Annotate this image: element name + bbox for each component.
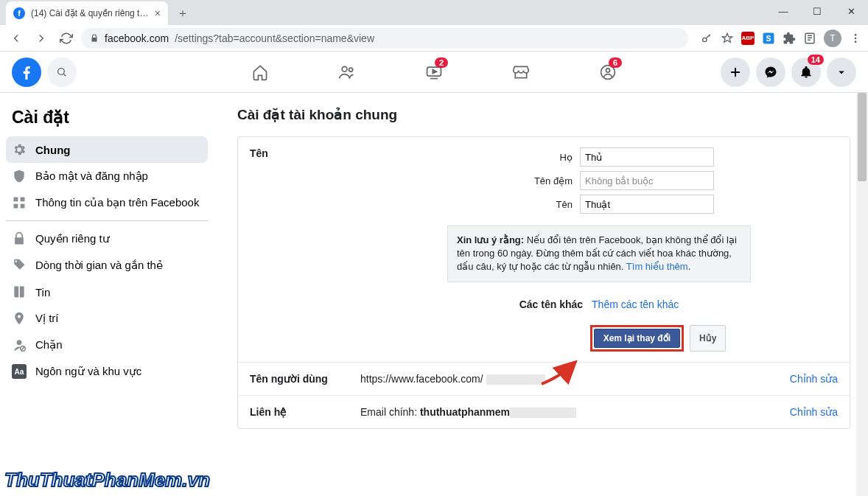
extensions-puzzle-icon[interactable]	[783, 32, 796, 45]
cancel-button[interactable]: Hủy	[690, 325, 726, 352]
forward-button[interactable]	[31, 28, 52, 49]
svg-point-9	[349, 68, 353, 71]
browser-tab[interactable]: f (14) Cài đặt & quyền riêng tư | Fa ×	[6, 1, 168, 25]
sidebar-label: Chặn	[35, 338, 63, 352]
svg-point-17	[17, 340, 22, 345]
contact-redacted	[510, 408, 576, 418]
omnibox[interactable]: facebook.com/settings?tab=account&sectio…	[81, 28, 688, 49]
messenger-button[interactable]	[756, 57, 785, 87]
url-host: facebook.com	[105, 32, 169, 44]
close-window-button[interactable]: ✕	[834, 0, 868, 22]
sidebar-item-stories[interactable]: Tin	[6, 279, 208, 305]
reload-button[interactable]	[56, 28, 77, 49]
contact-prefix: Email chính:	[360, 406, 420, 418]
facebook-logo[interactable]	[12, 57, 41, 87]
svg-point-8	[342, 66, 347, 71]
create-button[interactable]	[721, 57, 750, 87]
first-name-input[interactable]	[580, 195, 714, 214]
scrollbar[interactable]	[856, 93, 868, 496]
nav-friends[interactable]	[307, 55, 388, 90]
profile-avatar[interactable]: T	[824, 29, 841, 47]
center-nav: 2 6	[220, 55, 648, 90]
nav-marketplace[interactable]	[480, 55, 561, 90]
sidebar-label: Quyền riêng tư	[35, 232, 110, 245]
chrome-menu-icon[interactable]	[849, 32, 862, 45]
tag-icon	[12, 258, 27, 273]
name-form: Họ Tên đệm Tên Xin lưu ý rằng: Nếu đổi t…	[360, 147, 838, 352]
name-change-notice: Xin lưu ý rằng: Nếu đổi tên trên Faceboo…	[447, 226, 751, 282]
gear-icon	[12, 142, 27, 157]
settings-box: Tên Họ Tên đệm Tên Xin lưu	[237, 136, 850, 429]
svg-point-6	[855, 41, 857, 43]
book-icon	[12, 284, 27, 299]
sidebar-label: Chung	[35, 144, 70, 156]
extension-s-icon[interactable]: S	[762, 32, 775, 45]
svg-point-12	[606, 68, 609, 71]
nav-watch[interactable]: 2	[393, 55, 475, 90]
facebook-header: 2 6 14	[0, 52, 868, 93]
middle-name-label: Tên đệm	[484, 175, 580, 186]
sidebar-item-general[interactable]: Chung	[6, 136, 208, 163]
key-icon[interactable]	[700, 32, 713, 45]
sidebar-item-language[interactable]: Aa Ngôn ngữ và khu vực	[6, 358, 208, 385]
review-button-highlight: Xem lại thay đổi	[590, 325, 684, 352]
sidebar-item-yourinfo[interactable]: Thông tin của bạn trên Facebook	[6, 189, 208, 216]
learn-more-link[interactable]: Tìm hiểu thêm	[626, 261, 688, 272]
sidebar-item-location[interactable]: Vị trí	[6, 305, 208, 332]
maximize-button[interactable]: ☐	[800, 0, 834, 22]
sidebar-item-security[interactable]: Bảo mật và đăng nhập	[6, 163, 208, 189]
review-changes-button[interactable]: Xem lại thay đổi	[594, 329, 680, 348]
edit-contact-link[interactable]: Chỉnh sửa	[790, 406, 838, 418]
svg-point-5	[855, 37, 857, 39]
svg-point-4	[855, 34, 857, 36]
adblock-icon[interactable]: ABP	[741, 32, 755, 45]
language-icon: Aa	[12, 364, 27, 379]
page-body: Cài đặt Chung Bảo mật và đăng nhập Thông…	[0, 93, 868, 496]
settings-sidebar: Cài đặt Chung Bảo mật và đăng nhập Thông…	[0, 93, 214, 496]
svg-point-0	[703, 38, 707, 41]
pin-icon	[12, 311, 27, 326]
sidebar-item-blocking[interactable]: Chặn	[6, 332, 208, 358]
sidebar-title: Cài đặt	[6, 105, 208, 136]
account-dropdown[interactable]	[827, 57, 856, 87]
row-label-username: Tên người dùng	[250, 373, 360, 385]
close-tab-icon[interactable]: ×	[155, 7, 161, 19]
first-name-label: Tên	[484, 199, 580, 210]
last-name-input[interactable]	[580, 147, 714, 167]
sidebar-label: Thông tin của bạn trên Facebook	[35, 196, 199, 209]
sidebar-label: Bảo mật và đăng nhập	[35, 170, 148, 183]
sidebar-item-timeline[interactable]: Dòng thời gian và gắn thẻ	[6, 252, 208, 279]
address-bar: facebook.com/settings?tab=account&sectio…	[0, 25, 868, 52]
sidebar-label: Dòng thời gian và gắn thẻ	[35, 259, 163, 272]
reading-list-icon[interactable]	[803, 32, 816, 45]
row-username: Tên người dùng https://www.facebook.com/…	[238, 363, 850, 396]
row-label-name: Tên	[250, 147, 360, 159]
new-tab-button[interactable]: ＋	[172, 3, 193, 24]
url-path: /settings?tab=account&section=name&view	[175, 32, 374, 44]
svg-rect-16	[21, 204, 25, 209]
contact-value: thuthuatphanmem	[420, 406, 510, 418]
minimize-button[interactable]: —	[766, 0, 800, 22]
last-name-label: Họ	[484, 152, 580, 163]
svg-text:S: S	[766, 33, 771, 42]
nav-groups[interactable]: 6	[567, 55, 648, 90]
edit-username-link[interactable]: Chỉnh sửa	[790, 373, 838, 385]
svg-rect-13	[14, 198, 18, 202]
page-heading: Cài đặt tài khoản chung	[237, 106, 850, 123]
sidebar-label: Vị trí	[35, 312, 59, 325]
sidebar-item-privacy[interactable]: Quyền riêng tư	[6, 226, 208, 252]
back-button[interactable]	[6, 28, 27, 49]
svg-rect-15	[14, 204, 18, 209]
search-button[interactable]	[47, 57, 77, 87]
main-content: Cài đặt tài khoản chung Tên Họ Tên đệm T…	[214, 93, 868, 496]
sidebar-label: Tin	[35, 286, 50, 298]
shield-icon	[12, 169, 27, 184]
window-controls: — ☐ ✕	[766, 0, 868, 22]
row-contact: Liên hệ Email chính: thuthuatphanmem Chỉ…	[238, 396, 850, 428]
notifications-button[interactable]: 14	[791, 57, 821, 87]
add-other-names-link[interactable]: Thêm các tên khác	[592, 298, 679, 310]
nav-home[interactable]	[220, 55, 301, 90]
star-icon[interactable]	[721, 32, 734, 45]
middle-name-input[interactable]	[580, 171, 714, 190]
svg-point-7	[58, 68, 65, 74]
